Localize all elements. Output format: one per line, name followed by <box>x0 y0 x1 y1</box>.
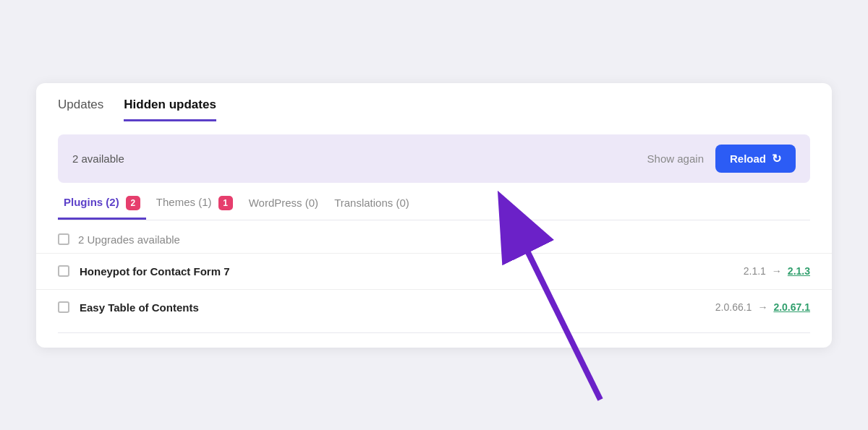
sub-tab-wordpress[interactable]: WordPress (0) <box>243 197 324 218</box>
available-bar: 2 available Show again Reload ↻ <box>58 134 810 183</box>
tabs-header: Updates Hidden updates <box>36 83 832 121</box>
main-card: Updates Hidden updates 2 available Show … <box>36 83 832 348</box>
version-current-easy-toc: 2.0.66.1 <box>715 301 752 313</box>
version-current-honeypot: 2.1.1 <box>744 265 766 277</box>
sub-tab-plugins[interactable]: Plugins (2) 2 <box>58 196 146 220</box>
arrow-icon-easy-toc: → <box>757 301 767 313</box>
plugin-name-easy-toc: Easy Table of Contents <box>80 301 715 314</box>
sub-tab-themes-label: Themes (1) <box>156 196 212 208</box>
reload-button[interactable]: Reload ↻ <box>715 145 796 173</box>
tab-updates[interactable]: Updates <box>58 98 103 121</box>
arrow-icon-honeypot: → <box>772 265 782 277</box>
available-count: 2 available <box>72 152 124 165</box>
reload-icon: ↻ <box>772 152 781 165</box>
reload-label: Reload <box>730 152 766 165</box>
sub-tab-plugins-label: Plugins (2) <box>64 196 119 208</box>
version-info-honeypot: 2.1.1 → 2.1.3 <box>744 265 810 277</box>
themes-badge: 1 <box>218 196 233 210</box>
select-all-checkbox[interactable] <box>58 233 69 245</box>
divider-bottom <box>58 332 810 333</box>
content-area: 2 available Show again Reload ↻ Plugins … <box>36 134 832 333</box>
sub-tab-wordpress-label: WordPress (0) <box>249 197 318 209</box>
bar-actions: Show again Reload ↻ <box>647 145 796 173</box>
plugin-name-honeypot: Honeypot for Contact Form 7 <box>80 265 744 278</box>
table-row: Easy Table of Contents 2.0.66.1 → 2.0.67… <box>36 289 832 325</box>
version-new-easy-toc[interactable]: 2.0.67.1 <box>773 301 810 313</box>
plugins-badge: 2 <box>126 196 140 210</box>
sub-tab-themes[interactable]: Themes (1) 1 <box>150 196 239 220</box>
table-row: Honeypot for Contact Form 7 2.1.1 → 2.1.… <box>36 253 832 289</box>
section-header: 2 Upgrades available <box>36 220 832 253</box>
show-again-button[interactable]: Show again <box>647 152 704 165</box>
sub-tabs: Plugins (2) 2 Themes (1) 1 WordPress (0)… <box>36 183 832 220</box>
tab-hidden-updates[interactable]: Hidden updates <box>124 98 216 121</box>
version-new-honeypot[interactable]: 2.1.3 <box>788 265 810 277</box>
version-info-easy-toc: 2.0.66.1 → 2.0.67.1 <box>715 301 810 313</box>
sub-tab-translations[interactable]: Translations (0) <box>328 197 415 218</box>
section-header-text: 2 Upgrades available <box>78 233 180 246</box>
plugin-checkbox-easy-toc[interactable] <box>58 301 69 313</box>
sub-tab-translations-label: Translations (0) <box>334 197 409 209</box>
plugin-checkbox-honeypot[interactable] <box>58 265 69 277</box>
